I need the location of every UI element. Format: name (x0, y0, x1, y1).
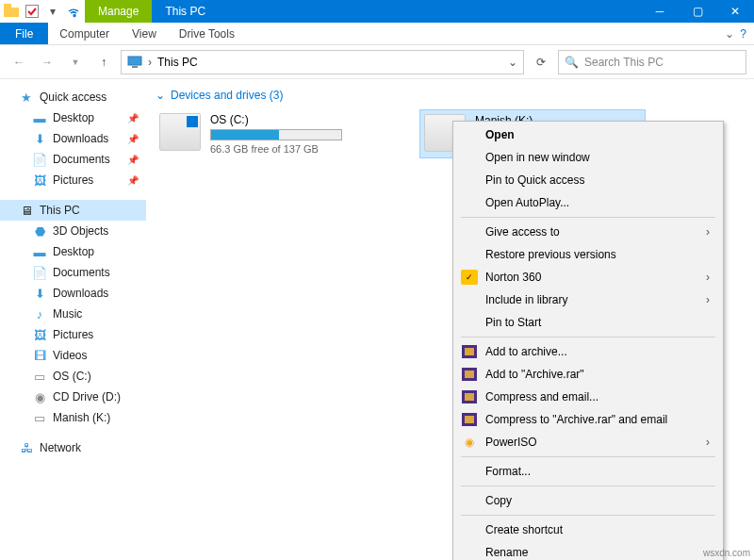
thispc-icon: 🖥 (19, 203, 34, 218)
drive-icon: ▭ (32, 410, 47, 425)
drive-free-text: 66.3 GB free of 137 GB (210, 143, 378, 155)
ribbon-tab-drivetools[interactable]: Drive Tools (168, 23, 246, 44)
address-bar[interactable]: › This PC ⌄ (121, 50, 524, 74)
svg-rect-6 (465, 348, 474, 355)
sidebar-item-documents[interactable]: 📄Documents📌 (0, 149, 146, 170)
breadcrumb-location[interactable]: This PC (157, 56, 198, 69)
ribbon-expand-icon[interactable]: ⌄ (725, 27, 734, 41)
sidebar-item-manish-k[interactable]: ▭Manish (K:) (0, 407, 146, 428)
file-menu[interactable]: File (0, 23, 48, 44)
ctx-give-access[interactable]: Give access to› (453, 221, 723, 243)
sidebar-item-desktop2[interactable]: ▬Desktop (0, 241, 146, 262)
svg-rect-2 (26, 6, 39, 18)
ctx-compress-email[interactable]: Compress and email... (453, 386, 723, 408)
desktop-icon: ▬ (32, 244, 47, 259)
sidebar-this-pc[interactable]: 🖥This PC (0, 200, 146, 221)
search-box[interactable]: 🔍 Search This PC (558, 50, 746, 74)
recent-dropdown[interactable]: ▼ (64, 51, 87, 74)
back-button[interactable]: ← (8, 51, 30, 74)
sidebar-item-downloads2[interactable]: ⬇Downloads (0, 283, 146, 304)
window-controls: ─ ▢ ✕ (641, 0, 754, 23)
forward-button: → (36, 51, 58, 74)
cube-icon: ⬣ (32, 223, 47, 239)
sidebar-item-documents2[interactable]: 📄Documents (0, 262, 146, 283)
chevron-down-icon: ⌄ (156, 89, 165, 102)
titlebar: ▾ Manage This PC ─ ▢ ✕ (0, 0, 754, 23)
navigation-pane: ★Quick access ▬Desktop📌 ⬇Downloads📌 📄Doc… (0, 79, 146, 560)
drive-os-c[interactable]: OS (C:) 66.3 GB free of 137 GB (156, 109, 382, 158)
ctx-include-library[interactable]: Include in library› (453, 288, 723, 311)
ribbon-tab-computer[interactable]: Computer (48, 23, 121, 44)
dropdown-icon[interactable]: ▾ (45, 4, 60, 19)
ctx-restore[interactable]: Restore previous versions (453, 243, 723, 266)
ctx-poweriso[interactable]: ◉PowerISO› (453, 431, 723, 453)
sidebar-item-pictures[interactable]: 🖼Pictures📌 (0, 170, 146, 190)
capacity-bar (210, 129, 342, 140)
ctx-copy[interactable]: Copy (453, 489, 723, 512)
svg-rect-10 (465, 393, 474, 401)
ctx-pin-quick[interactable]: Pin to Quick access (453, 169, 723, 191)
ctx-add-rar[interactable]: Add to "Archive.rar" (453, 363, 723, 386)
documents-icon: 📄 (32, 265, 47, 280)
maximize-button[interactable]: ▢ (679, 0, 716, 23)
sidebar-item-cd-d[interactable]: ◉CD Drive (D:) (0, 387, 146, 407)
drive-icon: ▭ (32, 369, 47, 384)
ctx-add-archive[interactable]: Add to archive... (453, 340, 723, 363)
window-title: This PC (152, 0, 409, 23)
refresh-button[interactable]: ⟳ (530, 56, 552, 69)
drive-icon (159, 113, 201, 151)
minimize-button[interactable]: ─ (641, 0, 679, 23)
ctx-compress-rar-email[interactable]: Compress to "Archive.rar" and email (453, 408, 723, 431)
sidebar-item-music[interactable]: ♪Music (0, 304, 146, 324)
sidebar-network[interactable]: 🖧Network (0, 437, 146, 458)
svg-rect-1 (4, 4, 11, 8)
help-icon[interactable]: ? (740, 27, 746, 41)
ctx-pin-start[interactable]: Pin to Start (453, 311, 723, 334)
svg-rect-0 (4, 8, 19, 17)
winrar-icon (461, 412, 478, 427)
ctx-autoplay[interactable]: Open AutoPlay... (453, 191, 723, 214)
drive-label: OS (C:) (210, 113, 378, 126)
norton-icon: ✓ (461, 270, 478, 285)
svg-rect-8 (465, 371, 474, 378)
sidebar-item-pictures2[interactable]: 🖼Pictures (0, 324, 146, 345)
star-icon: ★ (19, 90, 34, 105)
pin-icon: 📌 (127, 134, 139, 144)
videos-icon: 🎞 (32, 348, 47, 363)
ctx-open[interactable]: Open (453, 124, 723, 146)
explorer-icon (4, 4, 19, 19)
search-placeholder: Search This PC (584, 56, 664, 69)
pictures-icon: 🖼 (32, 173, 47, 188)
ctx-norton[interactable]: ✓Norton 360› (453, 266, 723, 288)
quick-access-toolbar: ▾ (0, 0, 85, 23)
watermark: wsxdn.com (703, 548, 750, 558)
up-button[interactable]: ↑ (92, 51, 115, 74)
desktop-icon: ▬ (32, 110, 47, 125)
pin-icon: 📌 (127, 155, 139, 165)
ctx-format[interactable]: Format... (453, 460, 723, 483)
pictures-icon: 🖼 (32, 327, 47, 342)
address-dropdown-icon[interactable]: ⌄ (508, 56, 517, 69)
group-devices-drives[interactable]: ⌄Devices and drives (3) (156, 85, 745, 106)
ctx-rename[interactable]: Rename (453, 541, 723, 560)
pin-icon: 📌 (127, 113, 139, 124)
navigation-bar: ← → ▼ ↑ › This PC ⌄ ⟳ 🔍 Search This PC (0, 45, 754, 79)
ribbon-tab-view[interactable]: View (121, 23, 168, 44)
close-button[interactable]: ✕ (716, 0, 754, 23)
sidebar-item-desktop[interactable]: ▬Desktop📌 (0, 107, 146, 128)
documents-icon: 📄 (32, 152, 47, 167)
wifi-icon (66, 4, 81, 19)
chevron-right-icon: › (706, 436, 710, 449)
sidebar-item-downloads[interactable]: ⬇Downloads📌 (0, 128, 146, 149)
sidebar-quick-access[interactable]: ★Quick access (0, 87, 146, 107)
sidebar-item-os-c[interactable]: ▭OS (C:) (0, 366, 146, 387)
checkbox-icon[interactable] (25, 4, 40, 19)
ctx-open-new-window[interactable]: Open in new window (453, 146, 723, 169)
ribbon: File Computer View Drive Tools ⌄ ? (0, 23, 754, 45)
sidebar-item-videos[interactable]: 🎞Videos (0, 345, 146, 366)
winrar-icon (461, 344, 478, 359)
chevron-right-icon: › (706, 271, 710, 284)
ctx-create-shortcut[interactable]: Create shortcut (453, 519, 723, 541)
sidebar-item-3dobjects[interactable]: ⬣3D Objects (0, 221, 146, 241)
contextual-tab-manage[interactable]: Manage (85, 0, 152, 23)
